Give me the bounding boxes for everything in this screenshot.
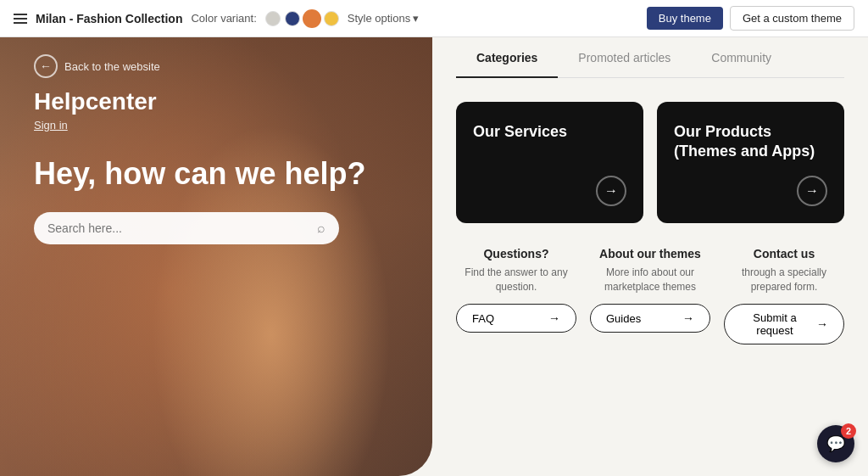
faq-title: Questions? (483, 247, 548, 260)
faq-arrow-icon: → (548, 311, 560, 325)
category-card-services[interactable]: Our Services → (456, 102, 643, 223)
color-variant-label: Color variant: (191, 12, 256, 25)
bottom-section: Questions? Find the answer to any questi… (456, 247, 844, 345)
signin-link[interactable]: Sign in (34, 119, 398, 132)
style-options-label: Style options (348, 12, 410, 25)
faq-button-label: FAQ (472, 312, 494, 325)
navbar-right: Buy theme Get a custom theme (647, 6, 854, 31)
guides-button[interactable]: Guides → (590, 304, 710, 333)
contact-description: through a specially prepared form. (724, 266, 844, 294)
category-cards: Our Services → Our Products (Themes and … (456, 102, 844, 223)
submit-button-label: Submit a request (740, 311, 810, 337)
hero-heading: Hey, how can we help? (34, 155, 398, 192)
guides-button-label: Guides (606, 312, 641, 325)
back-to-website-label: Back to the website (64, 60, 160, 73)
faq-description: Find the answer to any question. (456, 266, 576, 294)
services-card-title: Our Services (473, 122, 626, 162)
main-layout: ← Back to the website Helpcenter Sign in… (0, 37, 868, 476)
category-card-products[interactable]: Our Products (Themes and Apps) → (657, 102, 844, 223)
right-panel: Categories Promoted articles Community O… (432, 37, 868, 476)
submit-request-button[interactable]: Submit a request → (724, 304, 844, 344)
left-panel: ← Back to the website Helpcenter Sign in… (0, 37, 432, 476)
tabs-bar: Categories Promoted articles Community (456, 37, 844, 78)
navbar-left: Milan - Fashion Collection Color variant… (14, 11, 633, 26)
navbar: Milan - Fashion Collection Color variant… (0, 0, 868, 37)
color-dot-grey[interactable] (265, 11, 281, 26)
helpcenter-title: Helpcenter (34, 88, 398, 115)
products-card-title: Our Products (Themes and Apps) (674, 122, 827, 162)
color-dot-blue[interactable] (285, 11, 300, 26)
guides-arrow-icon: → (682, 311, 694, 325)
get-custom-theme-button[interactable]: Get a custom theme (730, 6, 854, 31)
search-bar: ⌕ (34, 212, 339, 244)
contact-title: Contact us (754, 247, 815, 260)
search-input[interactable] (47, 221, 310, 235)
color-dot-yellow[interactable] (324, 11, 339, 26)
products-card-arrow: → (797, 176, 827, 206)
chat-bubble[interactable]: 💬 2 (817, 425, 854, 462)
hamburger-icon[interactable] (14, 14, 27, 24)
buy-theme-button[interactable]: Buy theme (647, 7, 723, 30)
chat-icon: 💬 (826, 434, 845, 453)
tab-promoted-articles[interactable]: Promoted articles (558, 37, 691, 78)
search-icon: ⌕ (317, 221, 326, 236)
back-to-website-link[interactable]: ← Back to the website (34, 54, 398, 78)
chat-badge: 2 (841, 423, 856, 439)
style-options-dropdown[interactable]: Style options ▾ (348, 12, 419, 25)
back-arrow-icon: ← (34, 54, 58, 78)
color-dot-orange[interactable] (304, 11, 320, 26)
left-content: ← Back to the website Helpcenter Sign in… (0, 37, 432, 261)
tab-categories[interactable]: Categories (456, 37, 558, 78)
faq-button[interactable]: FAQ → (456, 304, 576, 333)
submit-arrow-icon: → (816, 317, 828, 331)
color-dots (265, 11, 339, 26)
tab-community[interactable]: Community (691, 37, 792, 78)
bottom-card-faq: Questions? Find the answer to any questi… (456, 247, 576, 345)
bottom-card-guides: About our themes More info about our mar… (590, 247, 710, 345)
services-card-arrow: → (596, 176, 626, 206)
bottom-card-submit: Contact us through a specially prepared … (724, 247, 844, 345)
app-title: Milan - Fashion Collection (36, 12, 182, 25)
chevron-down-icon: ▾ (413, 12, 419, 25)
guides-description: More info about our marketplace themes (590, 266, 710, 294)
guides-title: About our themes (599, 247, 701, 260)
